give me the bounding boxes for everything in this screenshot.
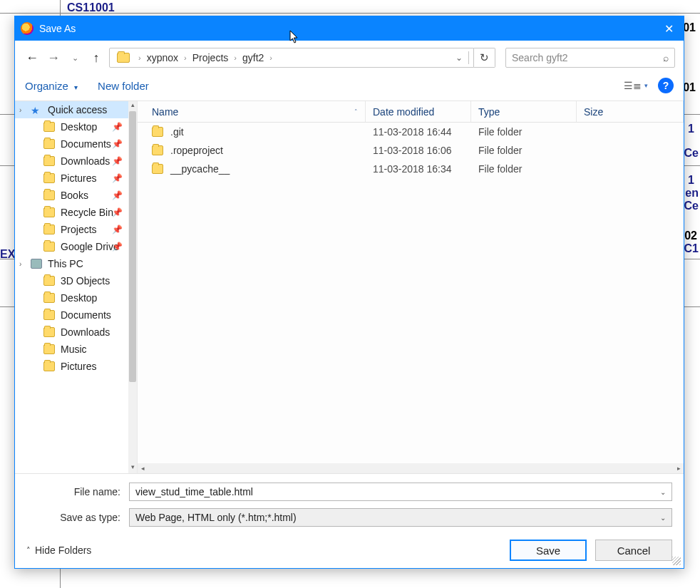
back-button[interactable]: ← xyxy=(24,51,41,66)
hide-folders-toggle[interactable]: ˄ Hide Folders xyxy=(26,545,91,556)
sidebar-scrollbar[interactable]: ▴ ▾ xyxy=(128,101,137,473)
file-row[interactable]: __pycache__11-03-2018 16:34File folder xyxy=(138,160,684,178)
address-dropdown[interactable]: ⌄ xyxy=(451,53,467,63)
pin-icon: 📌 xyxy=(112,225,123,234)
file-row[interactable]: .git11-03-2018 16:44File folder xyxy=(138,123,684,141)
sidebar-item-label: Pictures xyxy=(61,172,97,184)
folder-icon xyxy=(43,122,55,132)
sidebar-item[interactable]: Desktop xyxy=(15,289,128,306)
folder-icon xyxy=(43,139,55,149)
scroll-up-icon[interactable]: ▴ xyxy=(128,101,137,111)
chevron-right-icon[interactable]: › xyxy=(134,53,145,62)
folder-icon xyxy=(43,242,55,252)
horizontal-scrollbar[interactable]: ◂ ▸ xyxy=(138,463,684,473)
file-date: 11-03-2018 16:44 xyxy=(366,126,471,138)
sidebar-item[interactable]: Desktop📌 xyxy=(15,118,128,135)
file-type: File folder xyxy=(471,126,577,138)
save-as-type-select[interactable]: Web Page, HTML only (*.htm;*.html) ⌄ xyxy=(129,508,672,527)
scroll-right-icon[interactable]: ▸ xyxy=(674,465,684,472)
scroll-down-icon[interactable]: ▾ xyxy=(128,463,137,473)
folder-icon xyxy=(43,207,55,217)
sidebar-item-label: Documents xyxy=(61,309,111,321)
cancel-button[interactable]: Cancel xyxy=(595,540,672,561)
sidebar-item-label: Documents xyxy=(61,138,111,150)
column-size[interactable]: Size xyxy=(577,101,684,122)
chevron-down-icon[interactable]: ⌄ xyxy=(660,514,666,522)
help-button[interactable]: ? xyxy=(658,78,674,93)
scroll-thumb[interactable] xyxy=(129,111,136,382)
file-date: 11-03-2018 16:34 xyxy=(366,163,471,175)
sidebar-item-label: Music xyxy=(61,344,87,355)
pin-icon: 📌 xyxy=(112,173,123,183)
hide-folders-label: Hide Folders xyxy=(35,545,91,556)
new-folder-button[interactable]: New folder xyxy=(98,80,149,92)
sidebar-item[interactable]: Pictures📌 xyxy=(15,170,128,187)
sidebar-item[interactable]: Pictures xyxy=(15,358,128,375)
file-rows[interactable]: .git11-03-2018 16:44File folder.ropeproj… xyxy=(138,123,684,463)
sidebar-item-label: Google Drive xyxy=(61,241,119,252)
breadcrumb-item[interactable]: xypnox xyxy=(145,52,180,63)
column-type[interactable]: Type xyxy=(471,101,577,122)
organize-label: Organize xyxy=(25,80,68,92)
sidebar-item[interactable]: Downloads📌 xyxy=(15,153,128,170)
sidebar-item[interactable]: Google Drive📌 xyxy=(15,238,128,255)
folder-icon xyxy=(43,293,55,303)
sidebar-quick-access[interactable]: ›★Quick access xyxy=(15,101,128,118)
file-row[interactable]: .ropeproject11-03-2018 16:06File folder xyxy=(138,141,684,160)
scroll-left-icon[interactable]: ◂ xyxy=(138,465,148,472)
file-type: File folder xyxy=(471,145,577,156)
history-dropdown[interactable]: ⌄ xyxy=(66,53,83,63)
sidebar-item-label: Desktop xyxy=(61,121,97,133)
sidebar-item-label: Downloads xyxy=(61,155,110,167)
save-button[interactable]: Save xyxy=(510,540,587,561)
folder-icon xyxy=(152,127,163,137)
sidebar-item[interactable]: Documents xyxy=(15,306,128,324)
sidebar-item[interactable]: Recycle Bin📌 xyxy=(15,204,128,221)
pc-icon xyxy=(31,259,42,269)
up-button[interactable]: ↑ xyxy=(88,51,105,66)
column-headers: Name ˄ Date modified Type Size xyxy=(138,101,684,123)
pin-icon: 📌 xyxy=(112,122,123,132)
folder-icon xyxy=(43,361,55,371)
sidebar-item[interactable]: Books📌 xyxy=(15,187,128,204)
folder-icon xyxy=(117,53,130,63)
close-icon[interactable]: ✕ xyxy=(660,22,678,36)
refresh-button[interactable]: ↻ xyxy=(474,48,495,68)
file-name: .ropeproject xyxy=(170,145,223,156)
resize-grip[interactable] xyxy=(672,557,681,565)
pin-icon: 📌 xyxy=(112,190,123,200)
organize-menu[interactable]: Organize ▾ xyxy=(25,80,78,92)
chevron-right-icon[interactable]: › xyxy=(19,260,21,268)
chevron-right-icon[interactable]: › xyxy=(265,53,277,62)
sidebar-item[interactable]: Downloads xyxy=(15,324,128,341)
search-input[interactable]: Search gyft2 ⌕ xyxy=(505,48,675,68)
folder-icon xyxy=(43,310,55,320)
folder-icon xyxy=(152,164,163,174)
savetype-label: Save as type: xyxy=(26,512,129,523)
chevron-down-icon[interactable]: ⌄ xyxy=(660,488,666,496)
column-name[interactable]: Name ˄ xyxy=(138,101,366,122)
file-name: .git xyxy=(170,126,184,138)
sidebar-item[interactable]: 3D Objects xyxy=(15,272,128,289)
folder-icon xyxy=(43,190,55,200)
sidebar-item[interactable]: Documents📌 xyxy=(15,135,128,153)
breadcrumb-item[interactable]: gyft2 xyxy=(241,52,265,63)
sidebar-item[interactable]: Projects📌 xyxy=(15,221,128,238)
chevron-right-icon[interactable]: › xyxy=(180,53,191,62)
chevron-right-icon[interactable]: › xyxy=(19,106,21,114)
breadcrumb-item[interactable]: Projects xyxy=(191,52,230,63)
chevron-right-icon[interactable]: › xyxy=(230,53,241,62)
view-options-button[interactable]: ☰≣ ▾ xyxy=(624,80,648,91)
sidebar-item-label: Desktop xyxy=(61,292,97,304)
sidebar-this-pc[interactable]: ›This PC xyxy=(15,255,128,272)
folder-icon xyxy=(43,225,55,234)
sidebar-item[interactable]: Music xyxy=(15,341,128,358)
sidebar-item-label: Downloads xyxy=(61,326,110,338)
titlebar[interactable]: Save As ✕ xyxy=(15,16,684,41)
column-date-modified[interactable]: Date modified xyxy=(366,101,471,122)
pin-icon: 📌 xyxy=(112,156,123,166)
breadcrumb-bar[interactable]: › xypnox › Projects › gyft2 › ⌄ xyxy=(109,48,474,68)
filename-input[interactable]: view_stud_time_table.html ⌄ xyxy=(129,483,672,501)
filename-label: File name: xyxy=(26,486,129,497)
folder-icon xyxy=(43,156,55,166)
